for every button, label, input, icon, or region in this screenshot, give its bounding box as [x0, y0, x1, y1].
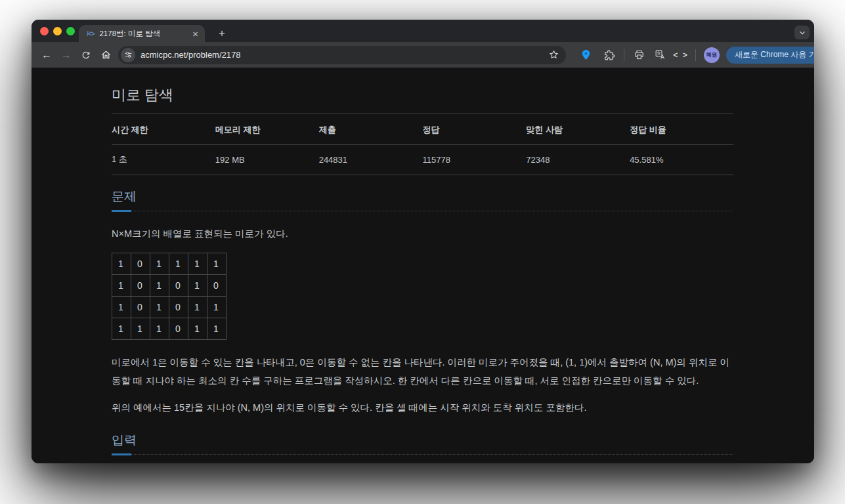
stat-value: 244831 — [319, 145, 423, 175]
toolbar-right-cluster: < > 혜원 새로운 Chrome 사용 가능 ⋮ — [576, 46, 814, 64]
maze-cell: 0 — [131, 275, 150, 297]
new-tab-button[interactable]: + — [214, 26, 230, 41]
home-button[interactable] — [96, 45, 116, 65]
tab-search-button[interactable] — [794, 26, 810, 39]
section-divider — [112, 454, 733, 455]
active-tab[interactable]: /<> 2178번: 미로 탐색 × — [79, 25, 205, 42]
page-title: 미로 탐색 — [112, 86, 733, 104]
table-row: 1 0 1 1 1 1 — [112, 253, 227, 275]
table-row: 1 초 192 MB 244831 115778 72348 45.581% — [112, 145, 733, 175]
back-button[interactable]: ← — [37, 45, 56, 65]
section-input: 입력 — [112, 432, 733, 455]
bookmark-button[interactable] — [546, 48, 561, 62]
chevron-down-icon — [798, 29, 806, 37]
tune-icon — [124, 51, 133, 59]
problem-paragraph: N×M크기의 배열로 표현되는 미로가 있다. — [112, 224, 733, 243]
maze-cell: 0 — [131, 297, 150, 318]
stat-header: 맞힌 사람 — [526, 114, 630, 145]
site-settings-button[interactable] — [121, 48, 135, 62]
code-icon: < > — [673, 51, 688, 60]
pin-extension-button[interactable] — [576, 46, 595, 64]
maze-cell: 1 — [112, 253, 131, 275]
close-window-button[interactable] — [40, 27, 49, 35]
maze-cell: 1 — [207, 297, 227, 318]
section-problem: 문제 — [112, 189, 733, 211]
maze-cell: 1 — [112, 318, 131, 340]
browser-window: /<> 2178번: 미로 탐색 × + ← → — [32, 20, 814, 463]
url-text[interactable]: acmicpc.net/problem/2178 — [141, 50, 541, 60]
stat-header: 정답 — [422, 114, 526, 145]
maze-cell: 1 — [188, 275, 207, 297]
stat-header: 제출 — [319, 114, 423, 145]
stat-value: 45.581% — [630, 145, 733, 175]
extensions-button[interactable] — [600, 46, 618, 64]
chrome-update-label: 새로운 Chrome 사용 가능 — [735, 49, 814, 60]
toolbar-divider — [695, 49, 696, 61]
maze-cell: 1 — [150, 275, 169, 297]
chrome-update-chip[interactable]: 새로운 Chrome 사용 가능 ⋮ — [726, 47, 814, 64]
maze-cell: 1 — [112, 275, 131, 297]
maze-cell: 0 — [207, 275, 227, 297]
stat-header: 정답 비율 — [630, 114, 733, 145]
stat-value: 192 MB — [215, 145, 319, 175]
table-row: 1 1 1 0 1 1 — [112, 318, 227, 340]
browser-toolbar: ← → acmicpc.net/problem/2178 — [32, 42, 814, 68]
tab-strip: /<> 2178번: 미로 탐색 × + — [32, 20, 814, 42]
back-arrow-icon: ← — [41, 50, 52, 60]
toolbar-divider — [624, 49, 624, 61]
stat-value: 115778 — [422, 145, 526, 175]
stat-value: 1 초 — [112, 145, 215, 175]
blue-pin-icon — [582, 49, 590, 60]
maze-cell: 1 — [188, 253, 207, 275]
table-row: 1 0 1 0 1 1 — [112, 297, 227, 318]
maze-cell: 1 — [207, 318, 227, 340]
maze-cell: 1 — [150, 318, 169, 340]
maze-cell: 1 — [188, 318, 207, 340]
reload-icon — [81, 50, 91, 60]
maze-cell: 0 — [169, 297, 188, 318]
maze-cell: 1 — [207, 253, 227, 275]
problem-paragraph: 미로에서 1은 이동할 수 있는 칸을 나타내고, 0은 이동할 수 없는 칸을… — [112, 353, 733, 390]
section-heading-input: 입력 — [112, 432, 733, 448]
stat-header: 시간 제한 — [112, 114, 215, 145]
code-extension-button[interactable]: < > — [672, 46, 690, 64]
table-row: 시간 제한 메모리 제한 제출 정답 맞힌 사람 정답 비율 — [112, 114, 733, 145]
maze-cell: 1 — [150, 253, 169, 275]
window-controls — [40, 27, 75, 35]
profile-avatar[interactable]: 혜원 — [704, 47, 720, 63]
home-icon — [100, 49, 112, 60]
puzzle-icon — [603, 49, 615, 61]
maze-cell: 0 — [169, 275, 188, 297]
stat-value: 72348 — [526, 145, 630, 175]
section-divider — [112, 211, 733, 211]
maze-cell: 1 — [169, 253, 188, 275]
page-content: 미로 탐색 시간 제한 메모리 제한 제출 정답 맞힌 사람 정답 비율 1 초… — [32, 68, 814, 463]
translate-icon — [655, 49, 666, 60]
forward-arrow-icon: → — [61, 50, 72, 60]
table-row: 1 0 1 0 1 0 — [112, 275, 227, 297]
printer-icon — [634, 49, 645, 60]
section-heading-problem: 문제 — [112, 189, 733, 205]
print-button[interactable] — [630, 46, 648, 64]
problem-stats-table: 시간 제한 메모리 제한 제출 정답 맞힌 사람 정답 비율 1 초 192 M… — [112, 114, 733, 175]
maze-cell: 1 — [131, 318, 150, 340]
translate-button[interactable] — [651, 46, 669, 64]
maze-table: 1 0 1 1 1 1 1 0 1 0 1 0 1 0 — [112, 253, 227, 340]
forward-button[interactable]: → — [56, 45, 76, 65]
address-bar[interactable]: acmicpc.net/problem/2178 — [118, 46, 566, 64]
close-tab-icon[interactable]: × — [192, 29, 198, 39]
stat-header: 메모리 제한 — [215, 114, 319, 145]
maze-cell: 1 — [112, 297, 131, 318]
maze-cell: 1 — [188, 297, 207, 318]
maze-cell: 1 — [150, 297, 169, 318]
problem-paragraph: 위의 예에서는 15칸을 지나야 (N, M)의 위치로 이동할 수 있다. 칸… — [112, 398, 733, 417]
maze-cell: 0 — [169, 318, 188, 340]
maze-cell: 0 — [131, 253, 150, 275]
minimize-window-button[interactable] — [53, 27, 62, 35]
site-favicon-icon: /<> — [87, 30, 94, 37]
reload-button[interactable] — [76, 45, 96, 65]
fullscreen-window-button[interactable] — [66, 27, 75, 35]
tab-title: 2178번: 미로 탐색 — [99, 29, 187, 39]
star-icon — [548, 49, 559, 60]
